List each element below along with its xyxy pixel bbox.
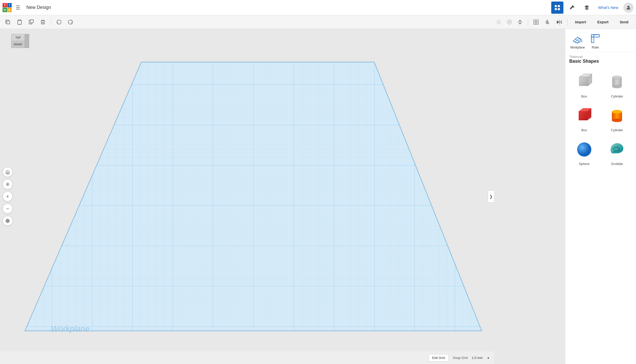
delete-button[interactable] [38, 17, 48, 27]
ruler-tool[interactable]: Ruler [590, 33, 601, 49]
layers-button[interactable] [581, 2, 593, 14]
workplane-tool[interactable]: Workplane [570, 33, 585, 49]
redo-button[interactable] [66, 17, 75, 27]
svg-rect-3 [558, 8, 560, 10]
align-button[interactable] [543, 17, 553, 27]
import-button[interactable]: Import [571, 18, 591, 26]
bottom-bar: Edit Grid Snap Grid 1.0 mm ▲ [0, 351, 494, 364]
send-button[interactable]: Send [615, 18, 633, 26]
svg-rect-24 [546, 21, 547, 22]
shape-label-cylinder-ghost: Cylinder [611, 94, 623, 98]
shape-label-box-ghost: Box [581, 94, 587, 98]
edit-grid-button[interactable]: Edit Grid [428, 354, 449, 361]
perspective-button[interactable] [3, 216, 13, 226]
workplane-tool-label: Workplane [570, 46, 585, 49]
fit-view-button[interactable] [3, 179, 13, 189]
workplane-svg [13, 44, 494, 349]
light-button[interactable] [494, 17, 504, 27]
shape-cylinder-solid[interactable]: Cylinder [601, 101, 634, 135]
export-button[interactable]: Export [593, 18, 613, 26]
svg-line-15 [497, 23, 497, 24]
shape-thumb-box-ghost [573, 71, 596, 93]
view-controls: + − [3, 167, 13, 226]
shape-thumb-sphere-solid [573, 138, 596, 161]
duplicate-button[interactable] [3, 17, 13, 27]
svg-line-12 [500, 23, 500, 24]
panel-category: Tinkercad Basic Shapes [565, 52, 636, 65]
user-account-button[interactable]: + [623, 3, 633, 13]
panel-toggle-button[interactable]: ❯ [488, 190, 494, 203]
svg-line-44 [575, 39, 579, 41]
shape-thumb-cylinder-solid [606, 104, 628, 127]
logo-t: T [3, 3, 7, 8]
whats-new-button[interactable]: What's New [595, 5, 621, 10]
mirror-button[interactable] [555, 17, 564, 27]
svg-point-69 [612, 85, 622, 88]
shape-label-sphere-solid: Sphere [579, 162, 590, 166]
main-area: TOP FRONT [0, 29, 636, 364]
undo-button[interactable] [54, 17, 64, 27]
paste-button[interactable] [15, 17, 24, 27]
hammer-button[interactable] [566, 2, 578, 14]
svg-rect-20 [537, 20, 538, 21]
group-button[interactable] [531, 17, 541, 27]
shape-box-solid[interactable]: Box [568, 101, 601, 135]
svg-rect-22 [537, 22, 538, 24]
svg-marker-75 [579, 111, 587, 120]
view-cube[interactable]: TOP FRONT [8, 34, 28, 54]
svg-rect-0 [555, 5, 557, 7]
shape-box-ghost[interactable]: Box [568, 68, 601, 101]
shapes-mode-button[interactable] [505, 17, 514, 27]
svg-point-80 [612, 119, 622, 122]
design-name-input[interactable] [24, 4, 75, 11]
copy-button[interactable] [26, 17, 36, 27]
ruler-tool-label: Ruler [592, 46, 599, 49]
svg-point-18 [509, 21, 510, 23]
snap-grid-value: 1.0 mm [472, 356, 483, 360]
workplane-icon [572, 33, 583, 44]
shape-cylinder-ghost[interactable]: Cylinder [601, 68, 634, 101]
grid-view-button[interactable] [551, 2, 563, 14]
logo[interactable]: T I N K [3, 3, 12, 12]
svg-marker-27 [557, 21, 559, 23]
shape-scribble[interactable]: Scribble [601, 135, 634, 169]
svg-rect-5 [7, 21, 10, 24]
zoom-in-button[interactable]: + [3, 191, 13, 202]
logo-n: N [3, 8, 7, 12]
panel-tools: Workplane [565, 29, 636, 52]
shapes-grid: Box [565, 65, 636, 171]
svg-point-68 [612, 76, 622, 79]
shape-label-box-solid: Box [581, 128, 587, 132]
panel-category-sub: Tinkercad [569, 55, 632, 59]
shape-thumb-box-solid [573, 104, 596, 127]
svg-point-30 [7, 184, 8, 185]
svg-rect-25 [546, 22, 549, 23]
menu-icon[interactable]: ☰ [14, 5, 22, 11]
panel-category-title: Basic Shapes [569, 59, 632, 64]
shape-thumb-scribble [606, 138, 628, 161]
zoom-out-button[interactable]: − [3, 204, 13, 214]
svg-rect-19 [534, 20, 535, 21]
toolbar: Import Export Send [0, 15, 636, 29]
svg-rect-38 [25, 44, 494, 349]
canvas-area[interactable]: TOP FRONT [0, 29, 565, 364]
logo-k: K [7, 8, 12, 12]
svg-marker-28 [560, 21, 562, 23]
shape-sphere-solid[interactable]: Sphere [568, 135, 601, 169]
ruler-icon [590, 33, 601, 44]
svg-rect-6 [19, 20, 20, 21]
svg-point-17 [507, 20, 512, 24]
svg-point-81 [577, 142, 591, 157]
home-view-button[interactable] [3, 167, 13, 177]
svg-rect-7 [30, 20, 33, 23]
right-panel: Workplane [565, 29, 636, 364]
flip-button[interactable] [515, 17, 525, 27]
header: T I N K ☰ What's New + [0, 0, 636, 15]
cube-top-label: TOP [15, 36, 21, 39]
logo-i: I [7, 3, 12, 8]
svg-line-16 [500, 20, 500, 20]
svg-rect-1 [558, 5, 560, 7]
svg-rect-21 [534, 22, 535, 24]
snap-grid-up-arrow[interactable]: ▲ [487, 356, 490, 359]
shape-label-scribble: Scribble [611, 162, 623, 166]
